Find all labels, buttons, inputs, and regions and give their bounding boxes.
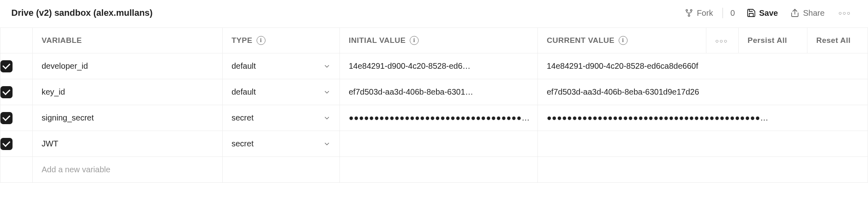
table-header-row: VARIABLE TYPE i INITIAL VALUE i CURRENT … — [0, 28, 868, 53]
fork-button[interactable]: Fork — [680, 6, 717, 20]
type-value: default — [232, 61, 256, 71]
save-button[interactable]: Save — [742, 6, 782, 20]
environment-title: Drive (v2) sandbox (alex.mullans) — [11, 8, 153, 18]
header-current-value: CURRENT VALUE i — [538, 28, 706, 53]
current-value-cell[interactable]: ef7d503d-aa3d-406b-8eba-6301d9e17d26 — [538, 79, 868, 105]
add-variable-cell[interactable]: Add a new variable — [33, 157, 223, 183]
type-value: default — [232, 87, 256, 97]
fork-icon — [685, 8, 693, 17]
type-value: secret — [232, 113, 253, 123]
chevron-down-icon — [323, 63, 331, 70]
empty-initial-cell[interactable] — [340, 157, 538, 183]
type-cell[interactable]: secret — [223, 105, 340, 131]
add-variable-placeholder: Add a new variable — [42, 165, 110, 174]
variable-name: JWT — [42, 139, 58, 148]
current-value: ef7d503d-aa3d-406b-8eba-6301d9e17d26 — [547, 87, 699, 96]
topbar: Drive (v2) sandbox (alex.mullans) Fork 0… — [0, 0, 868, 28]
header-current-label: CURRENT VALUE — [547, 36, 615, 45]
divider — [723, 8, 723, 18]
header-initial-label: INITIAL VALUE — [349, 36, 406, 45]
initial-value-cell[interactable]: 14e84291-d900-4c20-8528-ed6… — [340, 53, 538, 79]
variables-table: VARIABLE TYPE i INITIAL VALUE i CURRENT … — [0, 28, 868, 183]
info-icon[interactable]: i — [257, 36, 265, 45]
variable-name-cell[interactable]: JWT — [33, 131, 223, 157]
reset-all-label: Reset All — [816, 36, 851, 44]
current-value: ●●●●●●●●●●●●●●●●●●●●●●●●●●●●●●●●●●●●●●●●… — [547, 113, 769, 122]
more-icon: ○○○ — [839, 10, 851, 16]
persist-all-label: Persist All — [748, 36, 787, 44]
column-options-button[interactable]: ○○○ — [706, 28, 739, 53]
reset-all-button[interactable]: Reset All — [807, 28, 868, 53]
header-initial-value: INITIAL VALUE i — [340, 28, 538, 53]
header-type-label: TYPE — [232, 36, 253, 45]
chevron-down-icon — [323, 89, 331, 96]
empty-checkbox-cell — [0, 157, 33, 183]
empty-current-cell[interactable] — [538, 157, 868, 183]
row-checkbox[interactable] — [0, 112, 13, 124]
table-row: developer_id default 14e84291-d900-4c20-… — [0, 53, 868, 79]
header-variable-label: VARIABLE — [42, 36, 82, 45]
header-actions: Fork 0 Save Share ○○○ — [680, 6, 857, 20]
persist-all-button[interactable]: Persist All — [739, 28, 807, 53]
save-label: Save — [759, 8, 778, 18]
table-row: signing_secret secret ●●●●●●●●●●●●●●●●●●… — [0, 105, 868, 131]
variable-name-cell[interactable]: key_id — [33, 79, 223, 105]
fork-count: 0 — [729, 8, 738, 18]
header-variable: VARIABLE — [33, 28, 223, 53]
share-icon — [790, 8, 800, 18]
current-value-cell[interactable]: 14e84291-d900-4c20-8528-ed6ca8de660f — [538, 53, 868, 79]
info-icon[interactable]: i — [619, 36, 628, 45]
type-value: secret — [232, 139, 253, 148]
row-checkbox[interactable] — [0, 138, 13, 150]
header-type: TYPE i — [223, 28, 340, 53]
variable-name: developer_id — [42, 61, 88, 70]
current-value-cell[interactable] — [538, 131, 868, 157]
share-button[interactable]: Share — [786, 6, 828, 20]
row-checkbox[interactable] — [0, 60, 13, 72]
current-value-cell[interactable]: ●●●●●●●●●●●●●●●●●●●●●●●●●●●●●●●●●●●●●●●●… — [538, 105, 868, 131]
header-checkbox-col — [0, 28, 33, 53]
variable-name: signing_secret — [42, 113, 94, 122]
initial-value-cell[interactable]: ef7d503d-aa3d-406b-8eba-6301… — [340, 79, 538, 105]
variable-name-cell[interactable]: signing_secret — [33, 105, 223, 131]
save-icon — [746, 8, 756, 18]
header-more-button[interactable]: ○○○ — [833, 7, 857, 19]
initial-value: 14e84291-d900-4c20-8528-ed6… — [349, 61, 470, 70]
type-cell[interactable]: secret — [223, 131, 340, 157]
fork-label: Fork — [697, 8, 713, 18]
type-cell[interactable]: default — [223, 79, 340, 105]
share-label: Share — [803, 8, 824, 18]
initial-value-cell[interactable] — [340, 131, 538, 157]
initial-value: ●●●●●●●●●●●●●●●●●●●●●●●●●●●●●●●●●●… — [349, 113, 530, 122]
chevron-down-icon — [323, 114, 331, 122]
more-icon: ○○○ — [715, 38, 728, 44]
variable-name: key_id — [42, 87, 65, 96]
type-cell[interactable]: default — [223, 53, 340, 79]
chevron-down-icon — [323, 140, 331, 148]
initial-value-cell[interactable]: ●●●●●●●●●●●●●●●●●●●●●●●●●●●●●●●●●●… — [340, 105, 538, 131]
current-value: 14e84291-d900-4c20-8528-ed6ca8de660f — [547, 61, 698, 70]
table-row: key_id default ef7d503d-aa3d-406b-8eba-6… — [0, 79, 868, 105]
empty-type-cell[interactable] — [223, 157, 340, 183]
row-checkbox[interactable] — [0, 86, 13, 98]
info-icon[interactable]: i — [410, 36, 419, 45]
table-row: JWT secret — [0, 131, 868, 157]
variable-name-cell[interactable]: developer_id — [33, 53, 223, 79]
new-variable-row: Add a new variable — [0, 157, 868, 183]
initial-value: ef7d503d-aa3d-406b-8eba-6301… — [349, 87, 473, 96]
